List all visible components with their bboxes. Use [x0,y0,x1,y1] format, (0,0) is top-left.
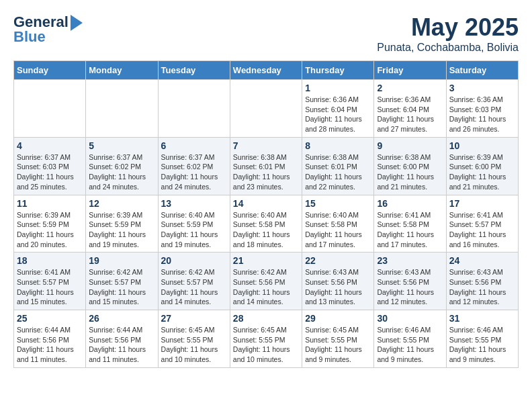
day-info: Sunrise: 6:40 AM Sunset: 5:58 PM Dayligh… [233,210,299,250]
col-header-tuesday: Tuesday [158,61,230,80]
day-number: 26 [89,313,154,324]
day-info: Sunrise: 6:36 AM Sunset: 6:04 PM Dayligh… [305,95,371,134]
page-header: General Blue May 2025 Punata, Cochabamba… [13,13,519,54]
title-block: May 2025 Punata, Cochabamba, Bolivia [377,13,519,54]
day-info: Sunrise: 6:45 AM Sunset: 5:55 PM Dayligh… [233,325,299,365]
day-number: 5 [89,140,154,151]
day-number: 11 [17,198,83,209]
calendar-cell: 22Sunrise: 6:43 AM Sunset: 5:56 PM Dayli… [302,253,374,310]
day-info: Sunrise: 6:43 AM Sunset: 5:56 PM Dayligh… [377,267,443,307]
calendar-cell: 28Sunrise: 6:45 AM Sunset: 5:55 PM Dayli… [230,310,302,368]
calendar-header-row: SundayMondayTuesdayWednesdayThursdayFrid… [14,61,519,80]
week-row-3: 11Sunrise: 6:39 AM Sunset: 5:59 PM Dayli… [14,195,519,253]
calendar-cell: 30Sunrise: 6:46 AM Sunset: 5:55 PM Dayli… [374,310,446,368]
day-info: Sunrise: 6:43 AM Sunset: 5:56 PM Dayligh… [305,267,371,307]
calendar-cell: 20Sunrise: 6:42 AM Sunset: 5:57 PM Dayli… [158,253,230,310]
day-info: Sunrise: 6:42 AM Sunset: 5:57 PM Dayligh… [89,267,154,307]
calendar-cell: 23Sunrise: 6:43 AM Sunset: 5:56 PM Dayli… [374,253,446,310]
day-info: Sunrise: 6:37 AM Sunset: 6:02 PM Dayligh… [161,152,227,192]
day-number: 23 [377,255,443,266]
day-number: 1 [305,83,371,93]
day-info: Sunrise: 6:41 AM Sunset: 5:57 PM Dayligh… [17,267,83,307]
day-number: 22 [305,255,371,266]
day-info: Sunrise: 6:40 AM Sunset: 5:59 PM Dayligh… [161,210,227,250]
day-info: Sunrise: 6:44 AM Sunset: 5:56 PM Dayligh… [89,325,154,365]
day-info: Sunrise: 6:42 AM Sunset: 5:57 PM Dayligh… [161,267,227,307]
day-info: Sunrise: 6:45 AM Sunset: 5:55 PM Dayligh… [161,325,227,365]
day-info: Sunrise: 6:38 AM Sunset: 6:00 PM Dayligh… [377,152,443,192]
day-info: Sunrise: 6:45 AM Sunset: 5:55 PM Dayligh… [305,325,371,365]
day-info: Sunrise: 6:37 AM Sunset: 6:03 PM Dayligh… [17,152,83,192]
day-info: Sunrise: 6:43 AM Sunset: 5:56 PM Dayligh… [449,267,515,307]
calendar-cell: 3Sunrise: 6:36 AM Sunset: 6:03 PM Daylig… [446,80,518,138]
calendar-cell: 25Sunrise: 6:44 AM Sunset: 5:56 PM Dayli… [14,310,86,368]
week-row-1: 1Sunrise: 6:36 AM Sunset: 6:04 PM Daylig… [14,80,519,138]
col-header-saturday: Saturday [446,61,518,80]
day-info: Sunrise: 6:39 AM Sunset: 5:59 PM Dayligh… [17,210,83,250]
day-number: 10 [449,140,515,151]
day-info: Sunrise: 6:46 AM Sunset: 5:55 PM Dayligh… [377,325,443,365]
col-header-monday: Monday [86,61,158,80]
week-row-4: 18Sunrise: 6:41 AM Sunset: 5:57 PM Dayli… [14,253,519,310]
day-number: 8 [305,140,371,151]
day-number: 17 [449,198,515,209]
calendar-table: SundayMondayTuesdayWednesdayThursdayFrid… [13,60,519,368]
calendar-cell: 9Sunrise: 6:38 AM Sunset: 6:00 PM Daylig… [374,137,446,195]
location: Punata, Cochabamba, Bolivia [377,42,519,54]
day-number: 21 [233,255,299,266]
day-number: 9 [377,140,443,151]
col-header-thursday: Thursday [302,61,374,80]
calendar-cell: 2Sunrise: 6:36 AM Sunset: 6:04 PM Daylig… [374,80,446,138]
logo: General Blue [13,13,83,46]
day-info: Sunrise: 6:41 AM Sunset: 5:58 PM Dayligh… [377,210,443,250]
day-info: Sunrise: 6:37 AM Sunset: 6:02 PM Dayligh… [89,152,154,192]
day-number: 19 [89,255,154,266]
day-number: 14 [233,198,299,209]
day-number: 30 [377,313,443,324]
calendar-cell: 1Sunrise: 6:36 AM Sunset: 6:04 PM Daylig… [302,80,374,138]
day-info: Sunrise: 6:36 AM Sunset: 6:03 PM Dayligh… [449,95,515,134]
calendar-cell: 19Sunrise: 6:42 AM Sunset: 5:57 PM Dayli… [86,253,158,310]
logo-arrow-icon [71,15,83,31]
day-number: 12 [89,198,154,209]
day-number: 3 [449,83,515,93]
calendar-cell: 10Sunrise: 6:39 AM Sunset: 6:00 PM Dayli… [446,137,518,195]
calendar-cell: 7Sunrise: 6:38 AM Sunset: 6:01 PM Daylig… [230,137,302,195]
calendar-cell: 15Sunrise: 6:40 AM Sunset: 5:58 PM Dayli… [302,195,374,253]
day-info: Sunrise: 6:42 AM Sunset: 5:56 PM Dayligh… [233,267,299,307]
day-number: 16 [377,198,443,209]
day-number: 7 [233,140,299,151]
calendar-cell: 14Sunrise: 6:40 AM Sunset: 5:58 PM Dayli… [230,195,302,253]
calendar-cell: 8Sunrise: 6:38 AM Sunset: 6:01 PM Daylig… [302,137,374,195]
day-number: 20 [161,255,227,266]
day-info: Sunrise: 6:41 AM Sunset: 5:57 PM Dayligh… [449,210,515,250]
col-header-friday: Friday [374,61,446,80]
month-title: May 2025 [377,13,519,42]
day-number: 18 [17,255,83,266]
day-number: 27 [161,313,227,324]
calendar-cell: 24Sunrise: 6:43 AM Sunset: 5:56 PM Dayli… [446,253,518,310]
col-header-wednesday: Wednesday [230,61,302,80]
day-number: 25 [17,313,83,324]
calendar-cell: 27Sunrise: 6:45 AM Sunset: 5:55 PM Dayli… [158,310,230,368]
calendar-cell [14,80,86,138]
day-info: Sunrise: 6:38 AM Sunset: 6:01 PM Dayligh… [233,152,299,192]
calendar-cell: 18Sunrise: 6:41 AM Sunset: 5:57 PM Dayli… [14,253,86,310]
day-number: 2 [377,83,443,93]
week-row-2: 4Sunrise: 6:37 AM Sunset: 6:03 PM Daylig… [14,137,519,195]
calendar-cell: 6Sunrise: 6:37 AM Sunset: 6:02 PM Daylig… [158,137,230,195]
day-info: Sunrise: 6:36 AM Sunset: 6:04 PM Dayligh… [377,95,443,134]
day-number: 4 [17,140,83,151]
calendar-cell: 21Sunrise: 6:42 AM Sunset: 5:56 PM Dayli… [230,253,302,310]
calendar-cell: 5Sunrise: 6:37 AM Sunset: 6:02 PM Daylig… [86,137,158,195]
calendar-cell: 11Sunrise: 6:39 AM Sunset: 5:59 PM Dayli… [14,195,86,253]
calendar-cell: 16Sunrise: 6:41 AM Sunset: 5:58 PM Dayli… [374,195,446,253]
calendar-cell: 17Sunrise: 6:41 AM Sunset: 5:57 PM Dayli… [446,195,518,253]
day-number: 28 [233,313,299,324]
day-number: 29 [305,313,371,324]
day-info: Sunrise: 6:46 AM Sunset: 5:55 PM Dayligh… [449,325,515,365]
day-number: 24 [449,255,515,266]
calendar-cell [230,80,302,138]
day-info: Sunrise: 6:40 AM Sunset: 5:58 PM Dayligh… [305,210,371,250]
calendar-cell [86,80,158,138]
